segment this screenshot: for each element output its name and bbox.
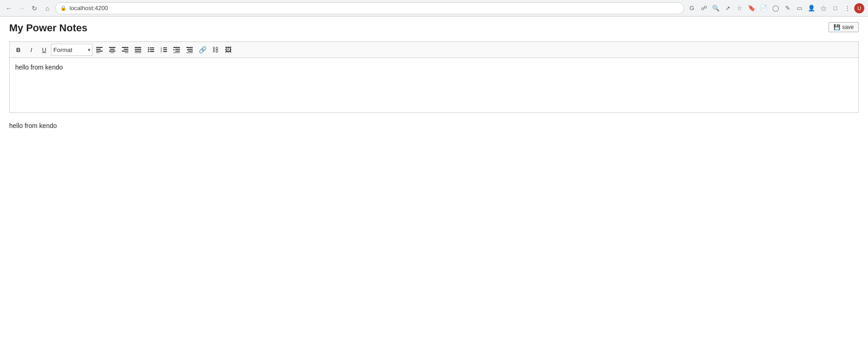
back-button[interactable]: ← (4, 3, 14, 13)
google-icon[interactable]: G (687, 3, 697, 13)
align-justify-button[interactable] (132, 44, 144, 56)
align-left-button[interactable] (93, 44, 105, 56)
svg-rect-0 (96, 47, 103, 48)
svg-marker-37 (187, 49, 188, 51)
home-button[interactable]: ⌂ (42, 3, 52, 13)
svg-rect-34 (188, 49, 193, 50)
translate-icon[interactable]: ☍ (699, 3, 709, 13)
svg-rect-5 (110, 49, 115, 50)
svg-rect-31 (173, 52, 180, 53)
svg-rect-7 (110, 52, 114, 53)
share-icon[interactable]: ➚ (723, 3, 733, 13)
svg-point-18 (148, 49, 149, 51)
svg-rect-23 (163, 47, 167, 48)
pen-icon[interactable]: ✎ (782, 3, 793, 13)
svg-rect-3 (96, 52, 100, 53)
svg-rect-15 (135, 52, 141, 53)
align-right-button[interactable] (119, 44, 131, 56)
svg-text:3.: 3. (161, 50, 162, 53)
address-bar[interactable]: 🔒 localhost:4200 (55, 2, 684, 14)
bookmark-icon[interactable]: ☆ (735, 3, 745, 13)
svg-rect-21 (150, 51, 154, 52)
svg-rect-36 (186, 52, 193, 53)
underline-button[interactable]: U (38, 44, 50, 56)
unordered-list-button[interactable] (145, 44, 157, 56)
save-label: save (842, 24, 854, 30)
page-title: My Power Notes (9, 22, 859, 34)
svg-rect-17 (150, 47, 154, 48)
app-content: 💾 save My Power Notes B I U Format Headi… (0, 17, 868, 135)
reader-icon[interactable]: 📄 (759, 3, 769, 13)
svg-rect-10 (122, 51, 128, 52)
svg-rect-35 (188, 51, 193, 52)
format-select-wrapper[interactable]: Format Heading 1 Heading 2 Heading 3 Par… (51, 44, 92, 56)
svg-rect-25 (163, 49, 167, 50)
bold-button[interactable]: B (12, 44, 24, 56)
svg-rect-6 (109, 51, 115, 52)
svg-rect-1 (96, 49, 101, 50)
svg-point-20 (148, 51, 149, 52)
extensions-icon[interactable]: ⚝ (818, 3, 828, 13)
insert-link-button[interactable]: 🔗 (196, 44, 208, 56)
forward-button[interactable]: → (17, 3, 27, 13)
window-icon[interactable]: □ (830, 3, 840, 13)
output-area: hello from kendo (9, 122, 859, 129)
phone-icon[interactable]: ▭ (794, 3, 805, 13)
output-text: hello from kendo (9, 122, 57, 129)
menu-icon[interactable]: ⋮ (842, 3, 852, 13)
editor-area[interactable]: hello from kendo (10, 58, 858, 104)
italic-button[interactable]: I (25, 44, 37, 56)
reload-button[interactable]: ↻ (29, 3, 40, 13)
svg-rect-27 (163, 51, 167, 52)
align-center-button[interactable] (106, 44, 118, 56)
profile-avatar[interactable]: U (854, 3, 864, 13)
insert-image-button[interactable]: 🖼 (222, 44, 234, 56)
svg-rect-8 (122, 47, 128, 48)
account-icon[interactable]: 👤 (806, 3, 816, 13)
editor-container: hello from kendo (9, 58, 859, 113)
svg-rect-4 (109, 47, 115, 48)
svg-rect-19 (150, 49, 154, 50)
svg-rect-14 (135, 51, 141, 52)
svg-rect-29 (175, 49, 180, 50)
svg-rect-30 (175, 51, 180, 52)
editor-toolbar: B I U Format Heading 1 Heading 2 Heading… (9, 41, 859, 58)
format-select[interactable]: Format Heading 1 Heading 2 Heading 3 Par… (51, 44, 92, 56)
indent-button[interactable] (171, 44, 183, 56)
browser-actions: G ☍ 🔍 ➚ ☆ 🔖 📄 ◯ ✎ ▭ 👤 ⚝ □ ⋮ U (687, 3, 864, 13)
browser-chrome: ← → ↻ ⌂ 🔒 localhost:4200 G ☍ 🔍 ➚ ☆ 🔖 📄 ◯… (0, 0, 868, 17)
outdent-button[interactable] (184, 44, 195, 56)
svg-rect-9 (124, 49, 128, 50)
svg-rect-33 (186, 47, 193, 48)
bookmark-save-icon[interactable]: 🔖 (747, 3, 757, 13)
svg-rect-11 (125, 52, 128, 53)
zoom-icon[interactable]: 🔍 (711, 3, 721, 13)
svg-point-16 (148, 47, 149, 49)
save-button[interactable]: 💾 save (828, 22, 859, 32)
url-text: localhost:4200 (69, 5, 108, 12)
svg-rect-28 (173, 47, 180, 48)
svg-rect-2 (96, 51, 103, 52)
svg-rect-12 (135, 47, 141, 48)
save-icon: 💾 (834, 24, 840, 30)
ordered-list-button[interactable]: 1.2.3. (158, 44, 170, 56)
svg-rect-13 (135, 49, 141, 50)
chrome-icon[interactable]: ◯ (770, 3, 781, 13)
svg-marker-32 (173, 49, 175, 51)
unlink-button[interactable]: ⛓ (209, 44, 221, 56)
lock-icon: 🔒 (60, 5, 67, 11)
